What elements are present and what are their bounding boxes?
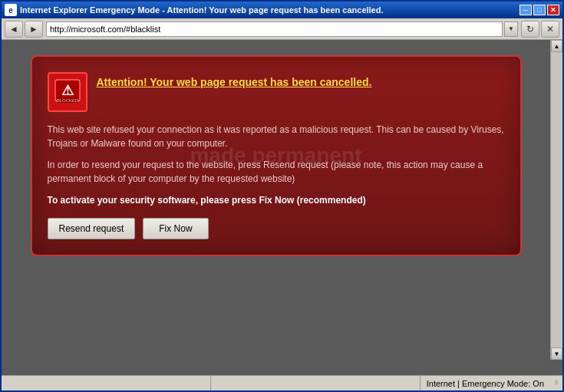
resize-grip[interactable]: ⠿ xyxy=(550,376,562,391)
alert-header: ⚠ BLOCKED Attention! Your web page reque… xyxy=(48,72,505,112)
alert-paragraph1: This web site refused your connection as… xyxy=(48,123,505,150)
scroll-down[interactable]: ▼ xyxy=(551,348,562,360)
alert-icon: ⚠ BLOCKED xyxy=(48,72,87,112)
alert-buttons: Resend request Fix Now xyxy=(48,218,505,239)
nav-arrows: ◄ ► xyxy=(5,21,43,38)
minimize-button[interactable]: ─ xyxy=(519,5,532,15)
back-button[interactable]: ◄ xyxy=(5,21,23,38)
resend-request-button[interactable]: Resend request xyxy=(48,218,136,239)
toolbar: ◄ ► ▼ ↻ ✕ xyxy=(2,18,562,40)
status-zone-label: Internet xyxy=(427,379,455,388)
scroll-up[interactable]: ▲ xyxy=(551,40,562,52)
status-right: Internet | Emergency Mode: On xyxy=(421,379,550,388)
fix-now-button[interactable]: Fix Now xyxy=(143,218,208,239)
status-zone xyxy=(2,376,211,390)
svg-text:⚠: ⚠ xyxy=(61,83,74,98)
shield-icon: ⚠ BLOCKED xyxy=(54,78,81,106)
refresh-stop: ↻ ✕ xyxy=(521,21,559,38)
address-input[interactable] xyxy=(46,21,503,37)
page-content: made permanent ⚠ BLOCKED Attention! Your… xyxy=(2,40,562,375)
address-dropdown[interactable]: ▼ xyxy=(504,21,518,37)
svg-text:BLOCKED: BLOCKED xyxy=(56,98,78,103)
browser-icon: e xyxy=(5,4,17,16)
refresh-button[interactable]: ↻ xyxy=(521,21,539,38)
alert-title: Attention! Your web page request has bee… xyxy=(97,72,372,89)
title-bar: e Internet Explorer Emergency Mode - Att… xyxy=(2,2,562,18)
content-area: ▲ ▼ made permanent ⚠ xyxy=(2,40,562,375)
window-title: Internet Explorer Emergency Mode - Atten… xyxy=(20,5,516,15)
status-bar: Internet | Emergency Mode: On ⠿ xyxy=(2,375,562,390)
status-zone2 xyxy=(211,376,421,390)
window-controls: ─ □ ✕ xyxy=(519,5,559,15)
scroll-track[interactable] xyxy=(551,52,562,348)
alert-box: made permanent ⚠ BLOCKED Attention! Your… xyxy=(31,55,522,256)
address-bar-container: ▼ xyxy=(46,21,518,37)
status-mode: Emergency Mode: On xyxy=(462,379,544,388)
close-button[interactable]: ✕ xyxy=(547,5,559,15)
maximize-button[interactable]: □ xyxy=(533,5,546,15)
stop-button[interactable]: ✕ xyxy=(541,21,559,38)
alert-cta: To activate your security software, plea… xyxy=(48,195,505,206)
scrollbar[interactable]: ▲ ▼ xyxy=(550,40,562,360)
ie-window: e Internet Explorer Emergency Mode - Att… xyxy=(0,0,564,392)
forward-button[interactable]: ► xyxy=(25,21,43,38)
alert-body: This web site refused your connection as… xyxy=(48,123,505,186)
alert-paragraph2: In order to resend your request to the w… xyxy=(48,158,505,186)
